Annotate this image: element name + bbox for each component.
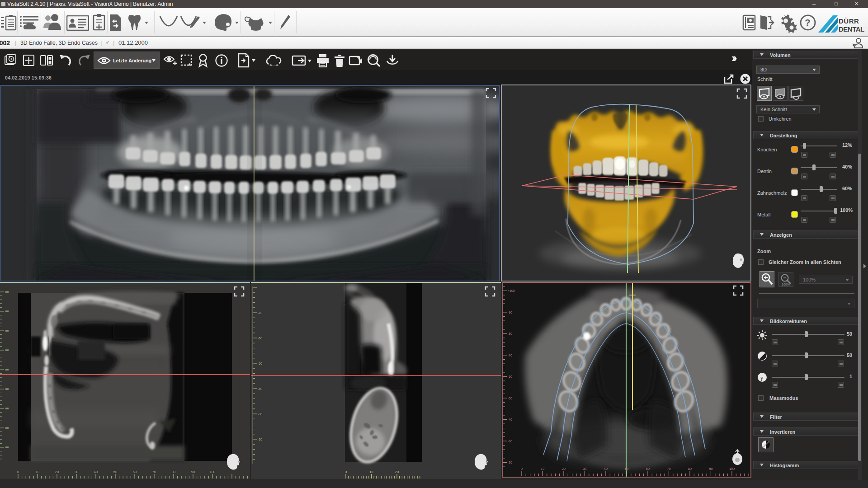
svg-text:80: 80	[172, 470, 175, 474]
svg-text:-40: -40	[508, 418, 512, 421]
svg-text:-60: -60	[258, 337, 262, 340]
svg-text:40: 40	[604, 467, 608, 470]
svg-text:0: 0	[345, 470, 347, 474]
svg-text:90: 90	[709, 467, 713, 470]
svg-text:DÜRR: DÜRR	[839, 17, 859, 25]
svg-text:0: 0	[17, 470, 19, 474]
svg-text:DENTAL: DENTAL	[839, 25, 864, 33]
svg-text:-30: -30	[258, 413, 262, 416]
svg-text:30: 30	[75, 470, 78, 474]
svg-text:10: 10	[369, 470, 373, 474]
svg-text:-50: -50	[508, 397, 512, 400]
svg-text:0: 0	[521, 467, 523, 470]
svg-text:20: 20	[395, 470, 399, 474]
svg-text:-80: -80	[508, 332, 512, 335]
svg-text:70: 70	[667, 467, 671, 470]
svg-text:60: 60	[133, 470, 137, 474]
svg-text:10: 10	[36, 470, 39, 474]
svg-text:?: ?	[805, 17, 811, 28]
svg-text:100: 100	[729, 467, 735, 470]
svg-text:10: 10	[541, 467, 545, 470]
svg-text:50: 50	[625, 467, 629, 470]
svg-text:100: 100	[210, 470, 216, 474]
svg-text:-40: -40	[258, 387, 262, 390]
svg-text:60: 60	[646, 467, 650, 470]
svg-text:70: 70	[152, 470, 156, 474]
svg-text:-20: -20	[508, 461, 512, 464]
svg-text:50: 50	[113, 470, 117, 474]
svg-text:80: 80	[688, 467, 692, 470]
svg-text:-50: -50	[258, 362, 262, 365]
svg-text:30: 30	[583, 467, 587, 470]
svg-text:20: 20	[562, 467, 566, 470]
svg-text:γ: γ	[760, 374, 763, 381]
svg-text:40: 40	[94, 470, 98, 474]
svg-text:-90: -90	[508, 311, 512, 314]
svg-text:-60: -60	[508, 375, 512, 378]
svg-text:20: 20	[55, 470, 59, 474]
svg-text:-30: -30	[508, 440, 512, 443]
svg-text:-70: -70	[508, 354, 512, 357]
svg-text:-70: -70	[258, 311, 262, 314]
svg-text:90: 90	[191, 470, 195, 474]
svg-text:-20: -20	[258, 438, 262, 441]
svg-text:100%: 100%	[782, 283, 790, 286]
svg-text:+100: +100	[508, 289, 515, 292]
